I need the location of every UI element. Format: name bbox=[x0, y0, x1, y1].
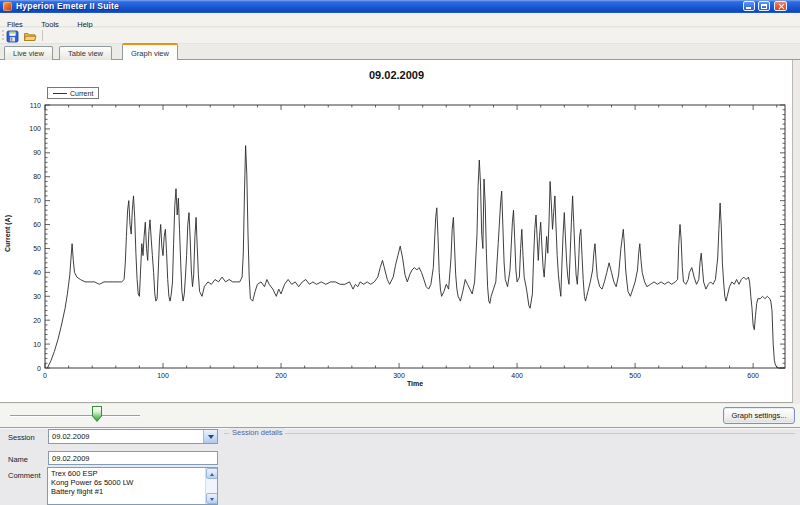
chevron-down-icon bbox=[208, 435, 214, 439]
svg-text:600: 600 bbox=[747, 372, 759, 379]
session-details-groupbox-line bbox=[224, 433, 795, 434]
tab-table-view[interactable]: Table view bbox=[59, 46, 112, 60]
combobox-dropdown-button[interactable] bbox=[203, 430, 217, 443]
window-titlebar: Hyperion Emeter II Suite bbox=[0, 0, 800, 13]
comment-textarea[interactable]: Trex 600 ESP Kong Power 6s 5000 LW Batte… bbox=[47, 467, 218, 505]
app-icon bbox=[3, 2, 12, 11]
toolbar bbox=[0, 28, 800, 44]
name-input[interactable] bbox=[48, 451, 218, 465]
svg-text:50: 50 bbox=[33, 245, 41, 252]
svg-text:20: 20 bbox=[33, 317, 41, 324]
svg-text:40: 40 bbox=[33, 269, 41, 276]
window-title: Hyperion Emeter II Suite bbox=[16, 0, 119, 13]
session-combobox-value: 09.02.2009 bbox=[52, 431, 90, 443]
comment-line: Battery flight #1 bbox=[51, 487, 203, 496]
open-folder-icon bbox=[23, 30, 37, 43]
zoom-slider-track[interactable] bbox=[10, 415, 140, 417]
session-details-label: Session details bbox=[229, 428, 285, 437]
scroll-up-button[interactable] bbox=[206, 468, 218, 479]
svg-text:100: 100 bbox=[157, 372, 169, 379]
triangle-down-icon bbox=[210, 498, 214, 501]
svg-text:100: 100 bbox=[29, 125, 41, 132]
chart-panel: 09.02.2009 Current Current (A) Time 0100… bbox=[0, 60, 793, 403]
tab-live-view[interactable]: Live view bbox=[4, 46, 53, 60]
name-label: Name bbox=[8, 455, 28, 464]
svg-text:500: 500 bbox=[629, 372, 641, 379]
tab-strip: Live view Table view Graph view bbox=[0, 44, 800, 60]
graph-settings-button[interactable]: Graph settings... bbox=[723, 407, 795, 424]
comment-line: Trex 600 ESP bbox=[51, 469, 203, 478]
svg-text:400: 400 bbox=[511, 372, 523, 379]
toolbar-separator bbox=[42, 30, 43, 41]
maximize-icon bbox=[761, 4, 767, 9]
svg-text:80: 80 bbox=[33, 173, 41, 180]
application-window: Hyperion Emeter II Suite Files Tools Hel… bbox=[0, 0, 800, 505]
svg-text:60: 60 bbox=[33, 221, 41, 228]
chart-plot: 0100200300400500600010203040506070809010… bbox=[0, 60, 793, 403]
tab-graph-view[interactable]: Graph view bbox=[122, 43, 178, 60]
svg-text:90: 90 bbox=[33, 149, 41, 156]
open-file-button[interactable] bbox=[23, 29, 38, 43]
comment-label: Comment bbox=[8, 471, 41, 480]
minimize-icon bbox=[746, 7, 751, 9]
svg-text:200: 200 bbox=[275, 372, 287, 379]
save-button[interactable] bbox=[6, 29, 21, 43]
triangle-up-icon bbox=[210, 473, 214, 476]
svg-text:300: 300 bbox=[393, 372, 405, 379]
close-button[interactable] bbox=[774, 1, 787, 11]
session-label: Session bbox=[8, 433, 35, 442]
maximize-button[interactable] bbox=[758, 1, 770, 11]
legend-line-sample bbox=[53, 93, 67, 94]
svg-text:110: 110 bbox=[30, 102, 41, 109]
legend-label: Current bbox=[70, 90, 93, 97]
slider-strip bbox=[0, 404, 800, 427]
chart-legend: Current bbox=[47, 87, 99, 99]
scroll-down-button[interactable] bbox=[206, 493, 218, 504]
save-icon bbox=[6, 30, 19, 43]
svg-text:30: 30 bbox=[33, 293, 41, 300]
comment-scrollbar[interactable] bbox=[205, 468, 217, 504]
toolbar-grip bbox=[2, 30, 4, 41]
session-combobox[interactable]: 09.02.2009 bbox=[48, 429, 218, 444]
comment-line: Kong Power 6s 5000 LW bbox=[51, 478, 203, 487]
svg-text:0: 0 bbox=[43, 372, 47, 379]
minimize-button[interactable] bbox=[743, 1, 755, 11]
svg-text:0: 0 bbox=[37, 365, 41, 372]
svg-text:70: 70 bbox=[33, 197, 41, 204]
menu-bar: Files Tools Help bbox=[0, 13, 800, 27]
svg-text:10: 10 bbox=[33, 341, 41, 348]
zoom-slider-thumb[interactable] bbox=[92, 406, 102, 422]
